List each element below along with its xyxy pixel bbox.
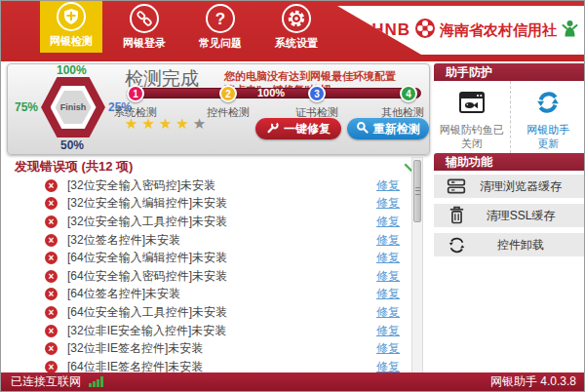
tools-items: 清理浏览器缓存 清理SSL缓存 控件卸载 (434, 171, 585, 256)
error-list-item: × [32位安全输入工具控件]未安装 修复 (9, 213, 408, 231)
tab-netbank-check[interactable]: 网银检测 (40, 1, 102, 53)
error-x-icon: × (45, 252, 58, 264)
credit-union-logo-icon (415, 19, 435, 42)
uninstall-refresh-icon (444, 236, 469, 255)
clear-browser-cache-button[interactable]: 清理浏览器缓存 (434, 175, 585, 198)
gauge-left-percent: 75% (15, 100, 38, 114)
error-list-item: × [32位安全输入编辑控件]未安装 修复 (9, 195, 408, 214)
status-bar: 已连接互联网 网银助手 4.0.3.8 (1, 372, 585, 391)
error-x-icon: × (45, 234, 58, 247)
gauge-top-percent: 100% (57, 63, 87, 77)
error-item-text: [32位安全输入编辑控件]未安装 (67, 195, 227, 212)
repair-link[interactable]: 修复 (376, 286, 400, 302)
anti-phishing-label-line1: 网银防钓鱼已 (440, 123, 504, 137)
error-x-icon: × (45, 216, 58, 228)
repair-link[interactable]: 修复 (376, 340, 400, 357)
chain-link-icon (130, 4, 159, 33)
tab-label: 常见问题 (199, 36, 242, 51)
error-x-icon: × (45, 288, 58, 300)
scrollbar-grip (415, 187, 420, 195)
app-version: 网银助手 4.0.3.8 (490, 373, 576, 390)
browser-cache-icon (444, 177, 469, 195)
update-label-line2: 更新 (537, 137, 559, 150)
error-item-text: [32位安全输入密码控]未安装 (67, 177, 215, 194)
star-icon: ★ (176, 115, 192, 132)
signal-bars-icon (89, 376, 103, 387)
tab-faq[interactable]: ? 常见问题 (189, 1, 252, 55)
update-sync-icon (534, 90, 562, 119)
scrollbar-thumb[interactable] (413, 160, 421, 222)
anti-phishing-label-line2: 关闭 (461, 137, 483, 150)
finish-label: Finish (56, 91, 92, 124)
trash-icon (444, 206, 469, 225)
error-item-text: [32位安全输入工具控件]未安装 (67, 214, 227, 230)
error-x-icon: × (45, 306, 58, 319)
top-nav-bar: 网银检测 网银登录 ? 常见问题 系统设置 HNB 海南省农村信用社 (1, 1, 585, 61)
clear-ssl-cache-button[interactable]: 清理SSL缓存 (434, 204, 585, 227)
step-3-dot: 3 (308, 85, 326, 102)
error-x-icon: × (45, 342, 58, 355)
error-list-title: 发现错误项 (共12 项) (15, 158, 133, 176)
repair-link[interactable]: 修复 (376, 268, 400, 285)
finish-hexagon-badge: Finish (41, 77, 105, 137)
star-icon: ★ (193, 115, 210, 132)
error-list-item: × [32位非IE签名控件]未安装 修复 (9, 339, 408, 358)
tab-settings[interactable]: 系统设置 (265, 1, 328, 55)
repair-link[interactable]: 修复 (376, 304, 400, 321)
error-list-item: × [64位安全输入编辑控件]未安装 修复 (9, 249, 408, 267)
error-x-icon: × (45, 179, 58, 192)
tab-netbank-login[interactable]: 网银登录 (113, 1, 176, 55)
assistant-update-item[interactable]: 网银助手 更新 (511, 81, 585, 153)
progress-percent-label: 100% (252, 87, 291, 98)
wrench-icon (266, 121, 279, 137)
error-list: × [32位安全输入密码控]未安装 修复 × [32位安全输入编辑控件]未安装 … (9, 176, 408, 375)
uninstall-controls-button[interactable]: 控件卸载 (434, 233, 585, 256)
hnb-logo-text: HNB (371, 20, 410, 40)
anti-phishing-icon (458, 90, 486, 119)
error-list-item: × [64位安全输入密码控件]未安装 修复 (9, 267, 408, 286)
error-list-item: × [64位安全输入工具控件]未安装 修复 (9, 303, 408, 322)
error-list-header: 发现错误项 (共12 项) (1, 155, 428, 176)
tools-section-header: 辅助功能 (434, 153, 585, 171)
error-item-text: [64位安全输入密码控件]未安装 (67, 268, 227, 285)
repair-link[interactable]: 修复 (376, 177, 400, 194)
step-1-dot: 1 (127, 85, 144, 102)
recheck-button-label: 重新检测 (373, 121, 420, 137)
repair-link[interactable]: 修复 (376, 323, 400, 339)
green-figure-logo-icon (562, 20, 578, 42)
error-item-text: [32位非IE签名控件]未安装 (67, 340, 203, 357)
error-x-icon: × (45, 197, 58, 210)
error-x-icon: × (45, 325, 58, 337)
recheck-button[interactable]: 重新检测 (347, 118, 429, 139)
netbank-assistant-window: 网银检测 网银登录 ? 常见问题 系统设置 HNB 海南省农村信用社 (0, 0, 585, 392)
magnifier-icon (356, 121, 369, 137)
error-list-item: × [32位签名控件]未安装 修复 (9, 231, 408, 250)
tab-label: 网银登录 (123, 36, 166, 51)
shield-icon (57, 2, 86, 31)
star-icon: ★ (159, 115, 176, 132)
one-click-repair-button[interactable]: 一键修复 (255, 118, 341, 139)
tool-label: 清理浏览器缓存 (469, 178, 585, 195)
error-item-text: [32位非IE安全输入控件]未安装 (67, 323, 226, 339)
tab-label: 系统设置 (275, 36, 318, 51)
error-list-item: × [32位非IE安全输入控件]未安装 修复 (9, 322, 408, 340)
tool-label: 清理SSL缓存 (469, 208, 585, 224)
error-x-icon: × (45, 361, 58, 373)
sidebar: 助手防护 网银防钓鱼已 关闭 网银助手 更新 辅助功能 (434, 63, 585, 374)
error-item-text: [64位安全输入工具控件]未安装 (67, 304, 227, 321)
repair-link[interactable]: 修复 (376, 214, 400, 230)
error-list-scrollbar[interactable] (411, 157, 423, 374)
repair-link[interactable]: 修复 (376, 195, 400, 212)
repair-link[interactable]: 修复 (376, 250, 400, 266)
gear-icon (282, 4, 311, 33)
repair-link[interactable]: 修复 (376, 232, 400, 249)
star-icon: ★ (141, 115, 158, 132)
protection-section-header: 助手防护 (434, 63, 585, 81)
warning-line1: 您的电脑没有达到网银最佳环境配置 (224, 69, 396, 83)
error-item-text: [32位签名控件]未安装 (67, 232, 180, 249)
error-x-icon: × (45, 270, 58, 283)
anti-phishing-item[interactable]: 网银防钓鱼已 关闭 (434, 81, 511, 153)
error-item-text: [64位签名控件]未安装 (67, 286, 180, 302)
step-2-dot: 2 (219, 85, 237, 102)
repair-button-label: 一键修复 (284, 121, 331, 137)
